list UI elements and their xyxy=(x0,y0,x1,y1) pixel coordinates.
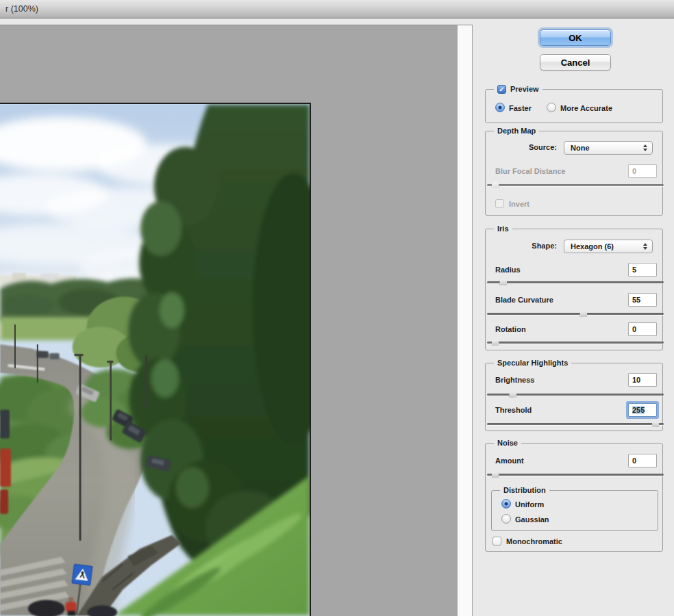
slider-thumb[interactable] xyxy=(652,420,660,427)
brightness-label: Brightness xyxy=(495,376,534,384)
blur-focal-distance-field[interactable]: 0 xyxy=(628,164,657,178)
depth-map-group: Depth Map Source: None Blur Focal Distan… xyxy=(485,131,663,216)
threshold-label: Threshold xyxy=(495,406,532,414)
slider-thumb[interactable] xyxy=(499,279,507,285)
preview-checkbox[interactable]: ✓ xyxy=(497,85,506,94)
noise-legend: Noise xyxy=(494,438,521,448)
source-value: None xyxy=(571,144,590,152)
preview-group-legend: ✓ Preview xyxy=(494,84,542,94)
slider-thumb[interactable] xyxy=(492,471,499,478)
iris-legend: Iris xyxy=(494,224,512,234)
blade-curvature-field[interactable]: 55 xyxy=(628,293,657,307)
stepper-arrows-icon xyxy=(643,243,647,250)
blur-focal-distance-label: Blur Focal Distance xyxy=(495,167,566,175)
faster-label: Faster xyxy=(509,104,532,112)
specular-highlights-legend: Specular Highlights xyxy=(494,358,571,368)
slider-thumb[interactable] xyxy=(509,391,516,398)
distribution-legend: Distribution xyxy=(500,485,549,496)
ok-button[interactable]: OK xyxy=(540,29,611,46)
shape-label: Shape: xyxy=(486,242,557,250)
distribution-group: Distribution Uniform Gaussian xyxy=(491,490,658,531)
rotation-slider[interactable] xyxy=(491,338,660,346)
uniform-label: Uniform xyxy=(515,500,544,509)
invert-checkbox[interactable]: ✓ xyxy=(495,199,504,208)
checkmark-icon: ✓ xyxy=(499,86,504,93)
monochromatic-checkbox[interactable]: ✓ xyxy=(492,537,501,546)
blade-curvature-slider[interactable] xyxy=(491,309,660,318)
amount-label: Amount xyxy=(495,457,524,465)
threshold-slider[interactable] xyxy=(491,420,660,428)
faster-radio[interactable] xyxy=(495,103,505,112)
depth-map-legend: Depth Map xyxy=(494,126,539,136)
preview-label: Preview xyxy=(510,84,539,94)
shape-dropdown[interactable]: Hexagon (6) xyxy=(564,240,653,253)
monochromatic-label: Monochromatic xyxy=(506,537,562,546)
more-accurate-radio[interactable] xyxy=(547,103,556,112)
slider-thumb[interactable] xyxy=(492,339,499,346)
radius-field[interactable]: 5 xyxy=(628,263,657,277)
rotation-field[interactable]: 0 xyxy=(628,322,657,336)
specular-highlights-group: Specular Highlights Brightness 10 Thresh… xyxy=(485,363,663,431)
invert-label: Invert xyxy=(509,200,529,208)
amount-field[interactable]: 0 xyxy=(628,454,657,467)
brightness-field[interactable]: 10 xyxy=(628,373,657,387)
blur-focal-distance-slider[interactable] xyxy=(491,181,660,189)
preview-edge-strip xyxy=(458,25,473,616)
preview-photo[interactable] xyxy=(0,103,311,616)
rotation-label: Rotation xyxy=(495,325,526,333)
source-dropdown[interactable]: None xyxy=(564,141,653,155)
iris-group: Iris Shape: Hexagon (6) Radius 5 Blade C… xyxy=(485,229,663,350)
shape-value: Hexagon (6) xyxy=(571,242,614,251)
selected-text: 255 xyxy=(632,406,645,414)
amount-slider[interactable] xyxy=(491,470,660,478)
gaussian-radio[interactable] xyxy=(501,514,511,524)
lens-blur-dialog: r (100%) xyxy=(0,0,674,616)
uniform-radio[interactable] xyxy=(501,499,511,509)
preview-group: ✓ Preview Faster More Accurate xyxy=(485,89,663,123)
source-label: Source: xyxy=(486,143,557,151)
more-accurate-label: More Accurate xyxy=(560,104,612,112)
window-titlebar[interactable]: r (100%) xyxy=(0,0,674,18)
slider-thumb[interactable] xyxy=(492,181,499,188)
cancel-button[interactable]: Cancel xyxy=(540,54,611,70)
slider-thumb[interactable] xyxy=(579,310,587,317)
window-title: r (100%) xyxy=(5,4,38,14)
noise-group: Noise Amount 0 Distribution Uniform Gaus… xyxy=(485,443,663,552)
stepper-arrows-icon xyxy=(643,144,647,151)
radius-label: Radius xyxy=(495,266,521,274)
brightness-slider[interactable] xyxy=(491,390,660,398)
gaussian-label: Gaussian xyxy=(515,515,549,524)
threshold-field[interactable]: 255 xyxy=(628,403,657,417)
radius-slider[interactable] xyxy=(491,278,660,286)
blade-curvature-label: Blade Curvature xyxy=(495,296,553,304)
